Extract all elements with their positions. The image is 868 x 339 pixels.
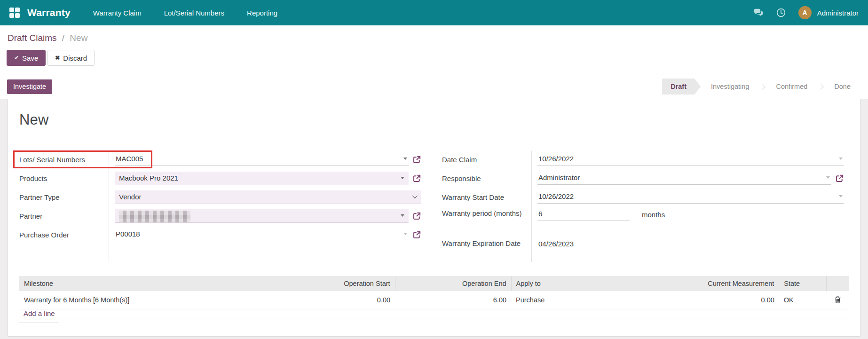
field-label: Date Claim bbox=[442, 155, 531, 165]
products-input[interactable]: Macbook Pro 2021 bbox=[115, 172, 409, 185]
months-suffix: months bbox=[642, 211, 665, 219]
field-warranty-expiration-date: Warranty Expiration Date 04/26/2023 bbox=[442, 237, 844, 263]
form-left-column: Lots/ Serial Numbers MAC005 Products Mac… bbox=[19, 150, 421, 263]
menu-warranty-claim[interactable]: Warranty Claim bbox=[93, 9, 142, 17]
col-operation-end: Operation End bbox=[395, 276, 511, 291]
cell-apply-to[interactable]: Purchase bbox=[511, 291, 604, 309]
field-responsible: Responsible Administrator bbox=[442, 169, 844, 188]
warranty-start-date-input[interactable]: 10/26/2022 bbox=[537, 191, 844, 204]
record-title: New bbox=[19, 111, 849, 128]
stage-draft[interactable]: Draft bbox=[662, 79, 701, 95]
field-partner-type: Partner Type Vendor bbox=[19, 188, 421, 206]
external-link-icon[interactable] bbox=[412, 212, 421, 221]
dropdown-caret-icon bbox=[401, 214, 404, 217]
external-link-icon[interactable] bbox=[412, 174, 421, 183]
field-label: Purchase Order bbox=[19, 230, 109, 240]
x-icon: ✖ bbox=[55, 55, 60, 61]
external-link-icon[interactable] bbox=[835, 174, 844, 183]
page-background: New Lots/ Serial Numbers MAC005 Product bbox=[0, 99, 868, 339]
messages-icon[interactable] bbox=[753, 8, 764, 18]
col-operation-start: Operation Start bbox=[265, 276, 395, 291]
table-header-row: Milestone Operation Start Operation End … bbox=[19, 276, 849, 291]
field-label: Partner Type bbox=[19, 192, 109, 202]
user-menu[interactable]: A Administrator bbox=[798, 6, 859, 19]
table-row[interactable]: Warranty for 6 Months [6 Month(s)] 0.00 … bbox=[19, 291, 849, 309]
chevron-right-icon bbox=[818, 84, 824, 90]
field-label: Lots/ Serial Numbers bbox=[19, 155, 109, 165]
chevron-right-icon bbox=[760, 84, 766, 90]
add-line-row: Add a line bbox=[19, 309, 849, 318]
nav-right: A Administrator bbox=[753, 6, 859, 19]
cell-operation-end[interactable]: 6.00 bbox=[395, 291, 511, 309]
cell-current-measurement[interactable]: 0.00 bbox=[604, 291, 779, 309]
dropdown-caret-icon bbox=[826, 176, 830, 179]
dropdown-caret-icon bbox=[401, 177, 404, 179]
field-label: Products bbox=[19, 173, 109, 183]
warranty-expiration-value: 04/26/2023 bbox=[537, 238, 844, 251]
col-actions bbox=[826, 276, 849, 291]
control-buttons: ✔ Save ✖ Discard bbox=[0, 45, 868, 74]
investigate-button[interactable]: Investigate bbox=[7, 79, 52, 94]
breadcrumb-current: New bbox=[70, 33, 87, 43]
dropdown-caret-icon bbox=[839, 158, 843, 160]
dropdown-caret-icon bbox=[839, 195, 843, 197]
check-icon: ✔ bbox=[14, 55, 19, 61]
col-milestone: Milestone bbox=[19, 276, 265, 291]
external-link-icon[interactable] bbox=[412, 230, 421, 239]
breadcrumb-separator: / bbox=[62, 33, 64, 43]
top-navbar: Warranty Warranty Claim Lot/Serial Numbe… bbox=[0, 0, 868, 25]
purchase-order-input[interactable]: P00018 bbox=[115, 229, 409, 241]
avatar[interactable]: A bbox=[798, 6, 812, 19]
col-apply-to: Apply to bbox=[511, 276, 604, 291]
field-label: Responsible bbox=[442, 173, 531, 183]
field-label: Warranty Expiration Date bbox=[442, 238, 531, 248]
form-right-column: Date Claim 10/26/2022 Responsible Admini… bbox=[442, 150, 844, 263]
partner-type-select[interactable]: Vendor bbox=[115, 190, 421, 204]
statusbar: Investigate Draft Investigating Confirme… bbox=[0, 74, 868, 99]
app-name[interactable]: Warranty bbox=[27, 7, 71, 18]
form-sheet: New Lots/ Serial Numbers MAC005 Product bbox=[8, 99, 860, 337]
stage-done[interactable]: Done bbox=[824, 79, 861, 95]
stage-investigating[interactable]: Investigating bbox=[701, 79, 759, 95]
field-purchase-order: Purchase Order P00018 bbox=[19, 225, 421, 244]
cell-operation-start[interactable]: 0.00 bbox=[265, 291, 395, 309]
milestone-table: Milestone Operation Start Operation End … bbox=[19, 276, 849, 309]
select-chevron-icon bbox=[412, 193, 418, 198]
field-products: Products Macbook Pro 2021 bbox=[19, 169, 421, 188]
breadcrumb-draft-claims[interactable]: Draft Claims bbox=[8, 33, 57, 43]
field-label: Warranty period (months) bbox=[442, 208, 531, 218]
partner-value-redacted bbox=[119, 211, 190, 222]
responsible-input[interactable]: Administrator bbox=[537, 172, 831, 185]
col-current-measurement: Current Measurement bbox=[604, 276, 779, 291]
stage-indicator: Draft Investigating Confirmed Done bbox=[662, 79, 861, 95]
menu-lot-serial-numbers[interactable]: Lot/Serial Numbers bbox=[164, 9, 224, 17]
user-name: Administrator bbox=[817, 9, 859, 17]
menu-reporting[interactable]: Reporting bbox=[247, 9, 277, 17]
apps-grid-icon[interactable] bbox=[9, 8, 20, 18]
field-label: Warranty Start Date bbox=[442, 192, 531, 202]
field-warranty-start-date: Warranty Start Date 10/26/2022 bbox=[442, 188, 844, 206]
stage-confirmed[interactable]: Confirmed bbox=[765, 79, 818, 95]
date-claim-input[interactable]: 10/26/2022 bbox=[537, 153, 844, 166]
add-a-line-link[interactable]: Add a line bbox=[19, 305, 59, 323]
partner-input[interactable] bbox=[115, 209, 409, 223]
lots-serial-input[interactable]: MAC005 bbox=[115, 153, 409, 166]
cell-state[interactable]: OK bbox=[779, 291, 827, 309]
top-menu: Warranty Claim Lot/Serial Numbers Report… bbox=[93, 9, 277, 17]
dropdown-caret-icon bbox=[403, 158, 407, 160]
delete-row-trash-icon[interactable] bbox=[834, 296, 842, 304]
field-partner: Partner bbox=[19, 206, 421, 225]
discard-button[interactable]: ✖ Discard bbox=[47, 50, 95, 66]
form-fields: Lots/ Serial Numbers MAC005 Products Mac… bbox=[19, 150, 849, 263]
field-label: Partner bbox=[19, 211, 109, 221]
col-state: State bbox=[779, 276, 827, 291]
field-date-claim: Date Claim 10/26/2022 bbox=[442, 150, 844, 169]
field-lots-serial-numbers: Lots/ Serial Numbers MAC005 bbox=[19, 150, 421, 169]
field-warranty-period: Warranty period (months) 6 months bbox=[442, 206, 844, 237]
save-button[interactable]: ✔ Save bbox=[7, 50, 46, 66]
breadcrumb: Draft Claims / New bbox=[0, 25, 868, 45]
external-link-icon[interactable] bbox=[412, 155, 421, 164]
activity-clock-icon[interactable] bbox=[776, 8, 786, 18]
dropdown-caret-icon bbox=[403, 233, 407, 235]
warranty-period-input[interactable]: 6 bbox=[537, 208, 630, 221]
